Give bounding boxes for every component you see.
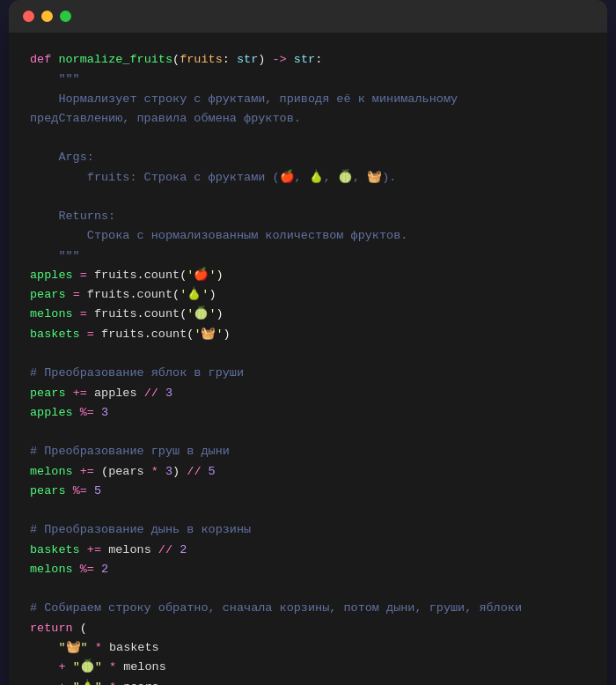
titlebar: [9, 0, 607, 33]
maximize-dot: [60, 11, 71, 22]
code-window: def normalize_fruits(fruits: str) -> str…: [9, 0, 607, 685]
minimize-dot: [41, 11, 53, 22]
close-dot: [23, 11, 34, 22]
code-editor: def normalize_fruits(fruits: str) -> str…: [9, 33, 607, 685]
